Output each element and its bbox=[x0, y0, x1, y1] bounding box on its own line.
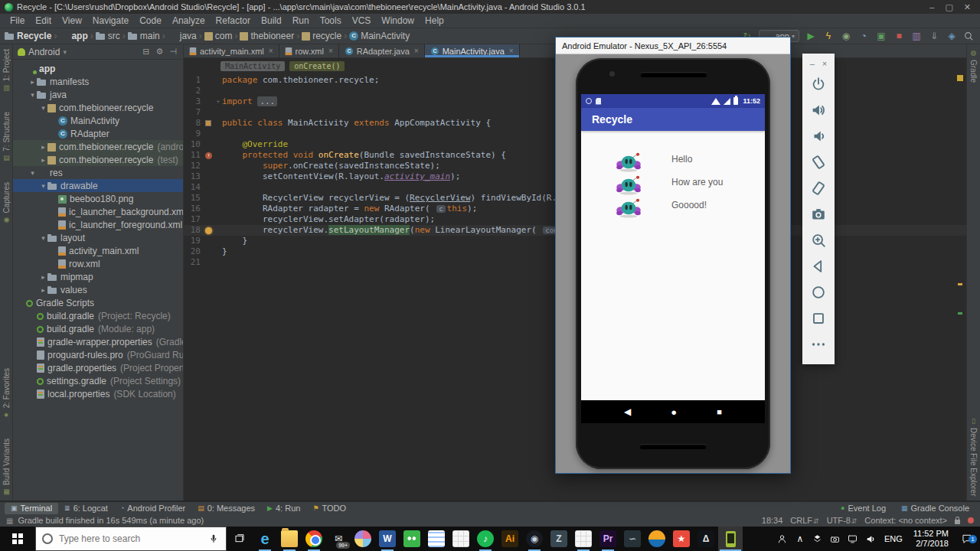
annotation-mark-warning[interactable] bbox=[957, 75, 963, 81]
breadcrumb-recycle[interactable]: Recycle bbox=[5, 31, 51, 41]
search-input[interactable] bbox=[59, 533, 201, 544]
taskbar-app-calendar[interactable] bbox=[449, 527, 473, 551]
chevron-down-icon[interactable]: ▾ bbox=[63, 48, 67, 56]
tray-people-icon[interactable] bbox=[776, 533, 789, 545]
expander-right-icon[interactable]: ▸ bbox=[39, 143, 47, 151]
tree-item-local-properties-sdk-location[interactable]: local.properties(SDK Location) bbox=[13, 387, 183, 400]
tree-item-com-thebioneer-recycle-androidtest[interactable]: ▸com.thebioneer.recycle(androidTest) bbox=[13, 140, 183, 153]
emulator-close-button[interactable]: × bbox=[822, 59, 827, 68]
list-item-2[interactable]: Gooood! bbox=[581, 198, 765, 221]
toolwindow-0-messages[interactable]: ▤0: Messages bbox=[191, 503, 261, 514]
taskbar-app-file-explorer[interactable] bbox=[277, 527, 302, 551]
debug-icon[interactable]: ◉ bbox=[840, 31, 852, 41]
expander-down-icon[interactable]: ▾ bbox=[39, 182, 47, 190]
taskbar-app-premiere[interactable]: Pr bbox=[596, 527, 620, 551]
scrollbar-mark-orange[interactable] bbox=[958, 283, 962, 285]
breadcrumb-java[interactable]: java bbox=[168, 31, 197, 41]
tree-item-ic-launcher-background-xml[interactable]: ic_launcher_background.xml bbox=[13, 205, 183, 218]
maximize-button[interactable]: ▢ bbox=[945, 2, 952, 12]
breadcrumb-chip-mainactivity[interactable]: MainActivity bbox=[220, 61, 285, 71]
menu-tools[interactable]: Tools bbox=[315, 15, 347, 26]
breadcrumb-com[interactable]: com bbox=[204, 31, 233, 41]
gear-icon[interactable]: ⚙ bbox=[155, 47, 165, 57]
taskbar-app-steam[interactable]: ◉ bbox=[522, 527, 547, 551]
emulator-rotate-right-button[interactable] bbox=[808, 175, 828, 201]
context-indicator[interactable]: Context: <no context> bbox=[864, 516, 947, 525]
breadcrumb-app[interactable]: app bbox=[59, 31, 87, 41]
tool-button-7-structure[interactable]: ▥7: Structure bbox=[2, 112, 11, 162]
tree-item-layout[interactable]: ▾layout bbox=[13, 231, 183, 244]
profiler-icon[interactable]: ◔ bbox=[858, 31, 870, 41]
taskbar-app-design-app[interactable]: Z bbox=[547, 527, 571, 551]
tree-item-com-thebioneer-recycle-test[interactable]: ▸com.thebioneer.recycle(test) bbox=[13, 153, 183, 166]
tool-button-1-project[interactable]: ▤1: Project bbox=[2, 49, 11, 92]
close-button[interactable]: ✕ bbox=[964, 2, 971, 12]
expander-down-icon[interactable]: ▾ bbox=[28, 91, 37, 99]
tree-item-manifests[interactable]: ▸manifests bbox=[13, 75, 183, 88]
tree-item-app[interactable]: app bbox=[13, 62, 183, 75]
tool-button-2-favorites[interactable]: ★2: Favorites bbox=[2, 368, 11, 419]
menu-edit[interactable]: Edit bbox=[30, 15, 57, 26]
toolwindow-4-run[interactable]: ▶4: Run bbox=[261, 503, 306, 514]
sdk-manager-icon[interactable]: ⇓ bbox=[928, 31, 940, 41]
tree-item-mipmap[interactable]: ▸mipmap bbox=[13, 270, 183, 283]
tab-close-icon[interactable]: × bbox=[328, 47, 333, 55]
menu-build[interactable]: Build bbox=[256, 15, 287, 26]
emulator-volume-up-button[interactable] bbox=[808, 97, 828, 123]
fold-marker[interactable]: + bbox=[214, 96, 222, 107]
tab-close-icon[interactable]: × bbox=[509, 47, 514, 55]
menu-vcs[interactable]: VCS bbox=[347, 15, 377, 26]
tree-item-ic-launcher-foreground-xml-v24[interactable]: ic_launcher_foreground.xml(v24) bbox=[13, 218, 183, 231]
tray-volume-icon[interactable] bbox=[864, 533, 877, 545]
microphone-icon[interactable] bbox=[207, 533, 220, 545]
menu-view[interactable]: View bbox=[57, 15, 87, 26]
line-separator-indicator[interactable]: CRLF⇵ bbox=[790, 516, 818, 525]
emulator-power-button[interactable] bbox=[808, 71, 828, 97]
breadcrumb-recycle[interactable]: recycle bbox=[302, 31, 341, 41]
emulator-zoom-button[interactable] bbox=[808, 227, 828, 253]
instant-run-icon[interactable]: ϟ bbox=[822, 31, 835, 41]
menu-refactor[interactable]: Refactor bbox=[211, 15, 256, 26]
taskbar-app-edge[interactable]: e bbox=[253, 527, 277, 551]
tray-camera-icon[interactable] bbox=[829, 533, 841, 545]
tree-item-drawable[interactable]: ▾drawable bbox=[13, 179, 183, 192]
hide-panel-icon[interactable]: ⊣ bbox=[168, 47, 178, 57]
toolwindow-6-logcat[interactable]: ≣6: Logcat bbox=[58, 503, 114, 514]
tree-item-beeboo180-png[interactable]: beeboo180.png bbox=[13, 192, 183, 205]
tray-chevron-up-icon[interactable]: ∧ bbox=[794, 533, 806, 545]
tool-button-device-file-explorer[interactable]: ▯Device File Explorer bbox=[969, 417, 978, 496]
run-icon[interactable]: ▶ bbox=[805, 31, 817, 41]
menu-file[interactable]: File bbox=[5, 15, 30, 26]
tray-dropbox-icon[interactable] bbox=[812, 533, 824, 545]
emulator-volume-down-button[interactable] bbox=[808, 123, 828, 149]
nav-back-button[interactable]: ◀ bbox=[624, 406, 631, 417]
taskbar-app-notepad[interactable] bbox=[424, 527, 449, 551]
task-view-button[interactable] bbox=[227, 527, 253, 551]
start-button[interactable] bbox=[0, 527, 35, 551]
expander-down-icon[interactable]: ▾ bbox=[28, 169, 37, 177]
taskbar-clock[interactable]: 11:52 PM 2/7/2018 bbox=[910, 529, 952, 549]
collapse-all-icon[interactable]: ⊟ bbox=[141, 47, 151, 57]
nav-home-button[interactable]: ● bbox=[671, 406, 677, 418]
toolwindow-android-profiler[interactable]: ◔Android Profiler bbox=[114, 503, 191, 514]
emulator-screenshot-button[interactable] bbox=[808, 201, 828, 227]
taskbar-app-wunderlist[interactable]: ★ bbox=[669, 527, 694, 551]
tree-item-build-gradle-module-app[interactable]: build.gradle(Module: app) bbox=[13, 322, 183, 335]
toolwindow-toggle-icon[interactable]: ▦ bbox=[6, 517, 13, 525]
tree-item-gradle-scripts[interactable]: Gradle Scripts bbox=[13, 296, 183, 309]
encoding-indicator[interactable]: UTF-8⇵ bbox=[827, 516, 858, 525]
tree-item-row-xml[interactable]: row.xml bbox=[13, 257, 183, 270]
breadcrumb-chip-oncreate[interactable]: onCreate() bbox=[289, 61, 345, 71]
taskbar-app-unity[interactable]: Δ bbox=[694, 527, 718, 551]
tree-item-settings-gradle-project-settings[interactable]: settings.gradle(Project Settings) bbox=[13, 374, 183, 387]
taskbar-app-mail[interactable]: ✉99+ bbox=[326, 527, 351, 551]
taskbar-app-illustrator[interactable]: Ai bbox=[498, 527, 522, 551]
gutter-class-icon[interactable] bbox=[204, 118, 214, 129]
tree-item-build-gradle-project-recycle[interactable]: build.gradle(Project: Recycle) bbox=[13, 309, 183, 322]
emulator-home-button[interactable] bbox=[808, 279, 828, 305]
emulator-minimize-button[interactable]: – bbox=[810, 59, 815, 68]
tree-item-values[interactable]: ▸values bbox=[13, 283, 183, 296]
taskbar-app-spotify[interactable]: ♪ bbox=[473, 527, 498, 551]
expander-right-icon[interactable]: ▸ bbox=[39, 286, 47, 294]
attach-debugger-icon[interactable]: ▣ bbox=[875, 31, 887, 41]
